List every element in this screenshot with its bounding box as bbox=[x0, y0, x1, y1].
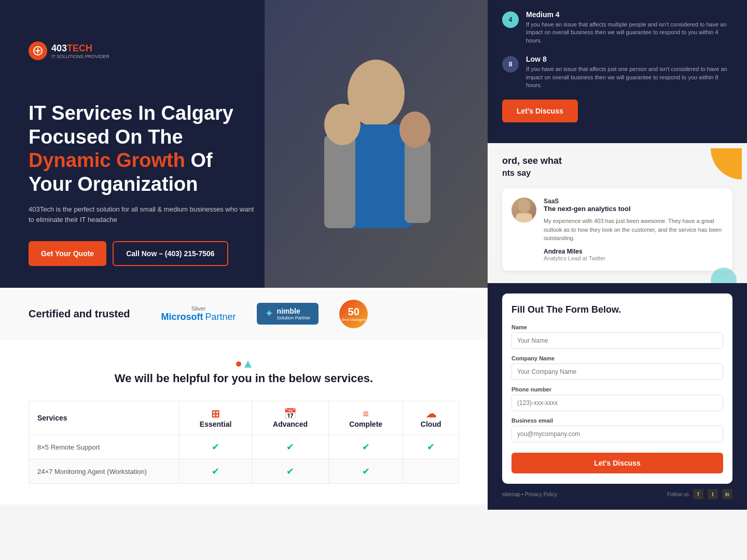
company-input[interactable] bbox=[511, 363, 723, 380]
form-group-email: Business email bbox=[511, 417, 723, 442]
service-name-1: 8×5 Remote Support bbox=[29, 435, 179, 459]
check-advanced-1: ✔ bbox=[286, 442, 294, 452]
right-footer: sitemap • Privacy Policy Follow us f t i… bbox=[502, 484, 732, 499]
testimonial-card: SaaS The next-gen analytics tool My expe… bbox=[502, 188, 732, 271]
advanced-icon: 📅 bbox=[260, 408, 320, 420]
footer-links: sitemap • Privacy Policy bbox=[502, 492, 557, 497]
hero-buttons: Get Your Quote Call Now – (403) 215-7506 bbox=[29, 241, 257, 266]
testimonial-content: SaaS The next-gen analytics tool My expe… bbox=[544, 198, 723, 261]
sla-desc-medium: If you have an issue that affects multip… bbox=[526, 21, 732, 45]
linkedin-icon[interactable]: in bbox=[722, 489, 732, 499]
testimonial-section: ord, see what nts say SaaS The next-gen … bbox=[488, 143, 747, 283]
form-title: Fill Out The Form Below. bbox=[511, 304, 723, 316]
microsoft-partner-logo: Silver Microsoft Partner bbox=[161, 305, 236, 323]
testimonial-title-1: ord, see what bbox=[502, 156, 732, 166]
col-services-header: Services bbox=[37, 414, 67, 422]
avatar-placeholder bbox=[511, 198, 536, 222]
trusted-label: Certified and trusted bbox=[29, 308, 130, 320]
sla-desc-low: If you have an issue that affects just o… bbox=[526, 65, 732, 89]
svg-rect-5 bbox=[324, 135, 355, 228]
phone-input[interactable] bbox=[511, 395, 723, 411]
lets-discuss-sla-button[interactable]: Let's Discuss bbox=[502, 100, 578, 122]
nimble-badge: ✦ nimble Solution Partner bbox=[257, 303, 319, 325]
testimonial-heading: The next-gen analytics tool bbox=[544, 205, 723, 213]
saas-label: SaaS bbox=[544, 198, 723, 205]
email-label: Business email bbox=[511, 417, 723, 424]
col-cloud-header: Cloud bbox=[411, 420, 450, 428]
svg-point-7 bbox=[324, 104, 361, 145]
main-layout: 403TECH IT SOLUTIONS PROVIDER IT Service… bbox=[0, 0, 747, 510]
check-advanced-2: ✔ bbox=[286, 466, 294, 477]
follow-label: Follow us bbox=[667, 492, 689, 497]
name-label: Name bbox=[511, 324, 723, 330]
phone-label: Phone number bbox=[511, 386, 723, 393]
sla-badge-medium: 4 bbox=[502, 11, 519, 28]
services-table: Services ⊞ Essential 📅 Advanced ≡ Com bbox=[29, 401, 459, 484]
hero-title: IT Services In Calgary Focused On The Dy… bbox=[29, 102, 257, 196]
get-quote-button[interactable]: Get Your Quote bbox=[29, 241, 106, 266]
dot-blue bbox=[244, 360, 252, 368]
left-panel: 403TECH IT SOLUTIONS PROVIDER IT Service… bbox=[0, 0, 488, 510]
svg-point-8 bbox=[399, 111, 431, 148]
form-card: Fill Out The Form Below. Name Company Na… bbox=[502, 293, 732, 484]
svg-rect-6 bbox=[405, 140, 431, 223]
logo-text: 403TECH IT SOLUTIONS PROVIDER bbox=[51, 43, 109, 59]
service-name-2: 24×7 Monitoring Agent (Workstation) bbox=[29, 459, 179, 484]
nimble-star-icon: ✦ bbox=[265, 308, 273, 319]
testimonial-role: Analytics Lead at Twitter bbox=[544, 255, 723, 261]
hero-subtitle: 403Tech is the perfect solution for all … bbox=[29, 204, 257, 225]
form-group-name: Name bbox=[511, 324, 723, 349]
check-cloud-1: ✔ bbox=[427, 442, 435, 452]
partner-logos: Silver Microsoft Partner ✦ nimble Soluti… bbox=[161, 300, 368, 328]
services-section: We will be helpful for you in the below … bbox=[0, 340, 488, 505]
col-essential-header: Essential bbox=[188, 420, 243, 428]
svg-rect-10 bbox=[516, 213, 532, 222]
email-input[interactable] bbox=[511, 426, 723, 442]
testimonial-avatar bbox=[511, 198, 536, 222]
award-badge: 50 Best Managed bbox=[339, 300, 368, 328]
form-submit-button[interactable]: Let's Discuss bbox=[511, 453, 723, 473]
testimonial-text: My experience with 403 has just been awe… bbox=[544, 217, 723, 243]
sla-section: 4 Medium 4 If you have an issue that aff… bbox=[488, 0, 747, 143]
table-row: 8×5 Remote Support ✔ ✔ ✔ ✔ bbox=[29, 435, 459, 459]
logo: 403TECH IT SOLUTIONS PROVIDER bbox=[29, 41, 257, 60]
sla-content-medium: Medium 4 If you have an issue that affec… bbox=[526, 10, 732, 45]
svg-point-9 bbox=[518, 199, 530, 213]
hero-section: 403TECH IT SOLUTIONS PROVIDER IT Service… bbox=[0, 0, 488, 288]
hero-image bbox=[265, 0, 488, 288]
right-panel: 4 Medium 4 If you have an issue that aff… bbox=[488, 0, 747, 510]
check-complete-1: ✔ bbox=[362, 442, 370, 452]
facebook-icon[interactable]: f bbox=[693, 489, 703, 499]
services-dots bbox=[29, 360, 459, 368]
trusted-section: Certified and trusted Silver Microsoft P… bbox=[0, 288, 488, 340]
sla-badge-low: 8 bbox=[502, 56, 519, 73]
essential-icon: ⊞ bbox=[188, 408, 243, 420]
sla-item-medium: 4 Medium 4 If you have an issue that aff… bbox=[502, 10, 732, 45]
cloud-icon: ☁ bbox=[411, 408, 450, 420]
testimonial-author: Andrea Miles bbox=[544, 248, 723, 255]
check-essential-1: ✔ bbox=[212, 442, 219, 452]
table-row: 24×7 Monitoring Agent (Workstation) ✔ ✔ … bbox=[29, 459, 459, 484]
sla-title-low: Low 8 bbox=[526, 55, 732, 63]
testimonial-title-2: nts say bbox=[502, 169, 732, 178]
sla-title-medium: Medium 4 bbox=[526, 10, 732, 19]
services-header: We will be helpful for you in the below … bbox=[29, 360, 459, 385]
twitter-icon[interactable]: t bbox=[708, 489, 718, 499]
hero-content: 403TECH IT SOLUTIONS PROVIDER IT Service… bbox=[29, 41, 257, 266]
name-input[interactable] bbox=[511, 332, 723, 349]
company-label: Company Name bbox=[511, 355, 723, 361]
form-section: Fill Out The Form Below. Name Company Na… bbox=[488, 283, 747, 510]
sla-content-low: Low 8 If you have an issue that affects … bbox=[526, 55, 732, 89]
logo-icon bbox=[29, 41, 47, 60]
check-complete-2: ✔ bbox=[362, 466, 370, 477]
col-complete-header: Complete bbox=[337, 420, 394, 428]
check-essential-2: ✔ bbox=[212, 466, 219, 477]
call-now-button[interactable]: Call Now – (403) 215-7506 bbox=[113, 241, 228, 266]
form-group-phone: Phone number bbox=[511, 386, 723, 411]
col-advanced-header: Advanced bbox=[260, 420, 320, 428]
follow-social: Follow us f t in bbox=[667, 489, 732, 499]
dot-orange bbox=[236, 361, 241, 367]
complete-icon: ≡ bbox=[337, 408, 394, 420]
sla-item-low: 8 Low 8 If you have an issue that affect… bbox=[502, 55, 732, 89]
form-group-company: Company Name bbox=[511, 355, 723, 380]
